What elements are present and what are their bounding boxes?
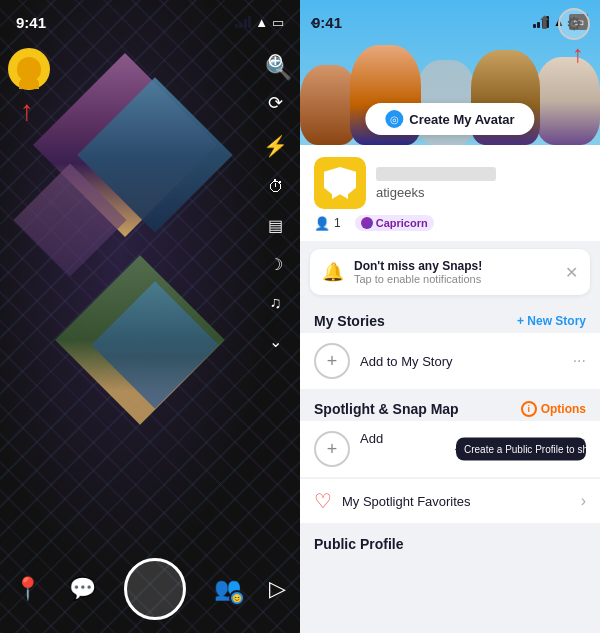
right-panel: 9:41 ▲ ▭ ‹ ⬆ ⚙ ↑ <box>300 0 600 633</box>
left-panel: 9:41 ▲ ▭ 🔍 ↑ ⊕ ⟳ ⚡ ⏱ ▤ ☽ ♫ ⌄ 📍 <box>0 0 300 633</box>
wifi-icon: ▲ <box>255 15 268 30</box>
add-to-story-item[interactable]: + Add to My Story ··· <box>300 333 600 389</box>
snapcode-border <box>317 160 363 206</box>
new-story-label: + New Story <box>517 314 586 328</box>
diamond-shapes <box>0 0 300 633</box>
spotlight-button[interactable]: ▷ <box>269 576 286 602</box>
more-icon[interactable]: ⌄ <box>269 332 282 351</box>
snapcode[interactable] <box>314 157 366 209</box>
notification-banner[interactable]: 🔔 Don't miss any Snaps! Tap to enable no… <box>310 249 590 295</box>
left-status-icons: ▲ ▭ <box>235 15 284 30</box>
options-info-icon: i <box>521 401 537 417</box>
add-spotlight-icon: + <box>314 431 350 467</box>
shutter-inner <box>130 564 180 614</box>
left-bottom-bar: 📍 💬 👥 😊 ▷ <box>0 553 300 633</box>
profile-details: atigeeks <box>376 167 586 200</box>
tooltip-bubble: Create a Public Profile to show your nam… <box>456 438 586 461</box>
location-button[interactable]: 📍 <box>14 576 41 602</box>
signal-icon <box>235 16 252 28</box>
friend-count: 1 <box>334 216 341 230</box>
add-friend-icon[interactable]: ⊕ <box>267 48 284 72</box>
bell-icon: 🔔 <box>322 261 344 283</box>
flip-camera-icon[interactable]: ⟳ <box>268 92 283 114</box>
flash-icon[interactable]: ⚡ <box>263 134 288 158</box>
back-button[interactable]: ‹ <box>310 10 317 33</box>
new-story-button[interactable]: + New Story <box>517 314 586 328</box>
add-to-spotlight-item[interactable]: + Add Create a Public Profile to show yo… <box>300 421 600 477</box>
my-spotlight-favorites-item[interactable]: ♡ My Spotlight Favorites › <box>300 479 600 523</box>
add-story-more-icon[interactable]: ··· <box>573 352 586 370</box>
profile-section: atigeeks 👤 1 Capricorn <box>300 145 600 241</box>
upload-button[interactable]: ⬆ <box>537 12 552 34</box>
avatar-head <box>17 57 41 81</box>
spotlight-options-button[interactable]: i Options <box>521 401 586 417</box>
chevron-right-icon: › <box>581 492 586 510</box>
profile-stats: 👤 1 Capricorn <box>314 215 586 231</box>
timer-icon[interactable]: ⏱ <box>268 178 284 196</box>
night-mode-icon[interactable]: ☽ <box>269 255 283 274</box>
notif-content: Don't miss any Snaps! Tap to enable noti… <box>354 259 555 285</box>
public-profile-title: Public Profile <box>314 536 403 552</box>
right-scroll-area[interactable]: 🔔 Don't miss any Snaps! Tap to enable no… <box>300 241 600 633</box>
add-to-story-label: Add to My Story <box>360 354 563 369</box>
notif-title: Don't miss any Snaps! <box>354 259 555 273</box>
add-story-icon: + <box>314 343 350 379</box>
red-arrow-up-icon: ↑ <box>20 95 34 127</box>
public-profile-header: Public Profile <box>300 525 600 557</box>
avatar-camera-icon: ◎ <box>385 110 403 128</box>
gear-icon: ⚙ <box>566 13 582 35</box>
options-label: Options <box>541 402 586 416</box>
friend-count-stat[interactable]: 👤 1 <box>314 216 341 231</box>
bitmoji-5 <box>535 57 600 145</box>
friends-button[interactable]: 👥 😊 <box>214 576 241 602</box>
create-avatar-btn-inner: ◎ Create My Avatar <box>365 103 534 135</box>
profile-info-row: atigeeks <box>314 157 586 209</box>
create-avatar-label: Create My Avatar <box>409 112 514 127</box>
right-side-controls: ⊕ ⟳ ⚡ ⏱ ▤ ☽ ♫ ⌄ <box>263 48 288 351</box>
profile-header: 9:41 ▲ ▭ ‹ ⬆ ⚙ ↑ <box>300 0 600 145</box>
spotlight-header: Spotlight & Snap Map i Options <box>300 391 600 421</box>
zodiac-label: Capricorn <box>376 217 428 229</box>
zodiac-icon <box>361 217 373 229</box>
heart-icon: ♡ <box>314 489 332 513</box>
battery-icon: ▭ <box>272 15 284 30</box>
my-stories-title: My Stories <box>314 313 385 329</box>
friends-badge: 😊 <box>229 590 245 606</box>
red-arrow-settings-icon: ↑ <box>572 40 584 68</box>
left-top-controls: 🔍 <box>8 48 292 90</box>
filmstrip-icon[interactable]: ▤ <box>268 216 283 235</box>
friend-icon: 👤 <box>314 216 330 231</box>
music-icon[interactable]: ♫ <box>270 294 282 312</box>
favorites-label: My Spotlight Favorites <box>342 494 571 509</box>
profile-username: atigeeks <box>376 185 586 200</box>
tooltip-text: Create a Public Profile to show your nam… <box>464 444 600 455</box>
chat-button[interactable]: 💬 <box>69 576 96 602</box>
left-time: 9:41 <box>16 14 46 31</box>
spotlight-title: Spotlight & Snap Map <box>314 401 459 417</box>
notif-close-button[interactable]: ✕ <box>565 263 578 282</box>
my-stories-header: My Stories + New Story <box>300 303 600 333</box>
shutter-button[interactable] <box>124 558 186 620</box>
zodiac-badge[interactable]: Capricorn <box>355 215 434 231</box>
profile-avatar[interactable] <box>8 48 50 90</box>
right-status-bar: 9:41 ▲ ▭ <box>300 0 600 36</box>
notif-subtitle: Tap to enable notifications <box>354 273 555 285</box>
bitmoji-1 <box>300 65 358 145</box>
left-status-bar: 9:41 ▲ ▭ <box>0 0 300 44</box>
profile-name-blurred <box>376 167 496 181</box>
